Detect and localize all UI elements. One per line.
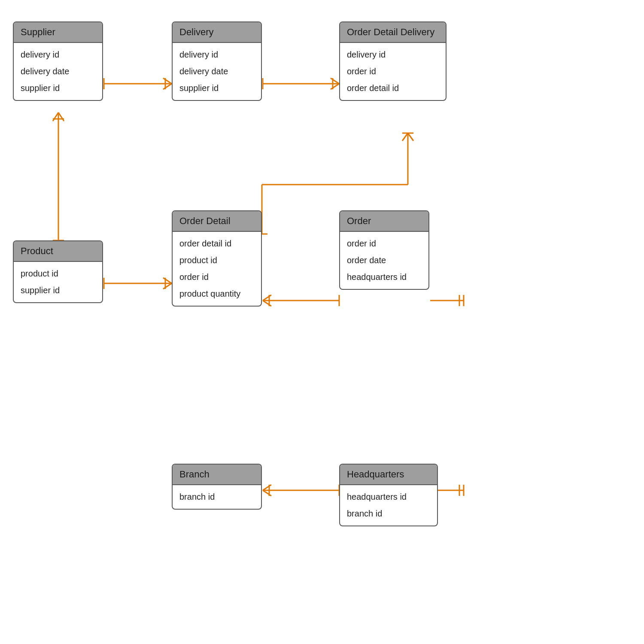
order-detail-table-header: Order Detail [173, 211, 261, 232]
order-field-0: order id [347, 235, 422, 252]
branch-table: Branch branch id [172, 464, 262, 510]
order-detail-delivery-field-2: order detail id [347, 80, 439, 97]
product-table-header: Product [14, 241, 102, 262]
order-detail-delivery-field-1: order id [347, 63, 439, 80]
svg-line-36 [263, 485, 271, 490]
order-detail-field-3: product quantity [179, 286, 254, 302]
delivery-table-header: Delivery [173, 22, 261, 43]
order-detail-delivery-field-0: delivery id [347, 46, 439, 63]
branch-field-0: branch id [179, 489, 254, 505]
order-detail-field-1: product id [179, 252, 254, 269]
supplier-field-1: delivery date [21, 63, 95, 80]
supplier-field-0: delivery id [21, 46, 95, 63]
product-field-0: product id [21, 265, 95, 282]
headquarters-field-0: headquarters id [347, 489, 430, 505]
svg-line-8 [331, 84, 339, 89]
order-field-2: headquarters id [347, 269, 422, 286]
svg-line-11 [53, 112, 58, 121]
svg-line-3 [163, 84, 172, 89]
headquarters-table: Headquarters headquarters id branch id [339, 464, 438, 526]
delivery-field-1: delivery date [179, 63, 254, 80]
delivery-table: Delivery delivery id delivery date suppl… [172, 21, 262, 101]
order-detail-delivery-table-body: delivery id order id order detail id [340, 43, 446, 100]
delivery-table-body: delivery id delivery date supplier id [173, 43, 261, 100]
delivery-field-2: supplier id [179, 80, 254, 97]
branch-table-body: branch id [173, 485, 261, 509]
supplier-field-2: supplier id [21, 80, 95, 97]
order-detail-field-2: order id [179, 269, 254, 286]
product-table: Product product id supplier id [13, 240, 103, 303]
headquarters-table-header: Headquarters [340, 465, 437, 485]
product-field-1: supplier id [21, 282, 95, 299]
svg-line-24 [163, 278, 172, 283]
order-detail-table: Order Detail order detail id product id … [172, 210, 262, 307]
order-table-header: Order [340, 211, 428, 232]
svg-line-28 [263, 295, 271, 301]
svg-line-7 [331, 78, 339, 84]
svg-line-29 [263, 301, 271, 306]
delivery-field-0: delivery id [179, 46, 254, 63]
svg-line-20 [408, 133, 413, 141]
svg-line-12 [58, 112, 64, 121]
svg-line-37 [263, 490, 271, 496]
supplier-table-body: delivery id delivery date supplier id [14, 43, 102, 100]
order-detail-delivery-table-header: Order Detail Delivery [340, 22, 446, 43]
headquarters-field-1: branch id [347, 505, 430, 522]
supplier-table: Supplier delivery id delivery date suppl… [13, 21, 103, 101]
order-detail-table-body: order detail id product id order id prod… [173, 232, 261, 306]
order-field-1: order date [347, 252, 422, 269]
svg-line-19 [402, 133, 408, 141]
order-detail-field-0: order detail id [179, 235, 254, 252]
order-detail-delivery-table: Order Detail Delivery delivery id order … [339, 21, 447, 101]
product-table-body: product id supplier id [14, 262, 102, 302]
svg-line-25 [163, 283, 172, 289]
order-table-body: order id order date headquarters id [340, 232, 428, 289]
supplier-table-header: Supplier [14, 22, 102, 43]
order-table: Order order id order date headquarters i… [339, 210, 429, 290]
headquarters-table-body: headquarters id branch id [340, 485, 437, 526]
svg-line-2 [163, 78, 172, 84]
branch-table-header: Branch [173, 465, 261, 485]
